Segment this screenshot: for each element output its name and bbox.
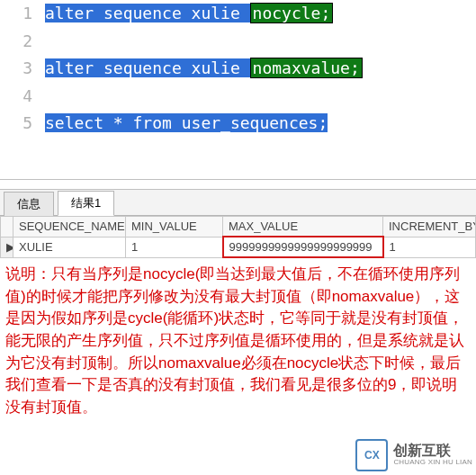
code-text: select * from user_sequences; <box>45 113 328 132</box>
col-sequence-name[interactable]: SEQUENCE_NAME <box>13 217 126 238</box>
result-grid[interactable]: SEQUENCE_NAME MIN_VALUE MAX_VALUE INCREM… <box>0 216 476 258</box>
line-number: 4 <box>0 83 41 111</box>
code-text <box>41 28 476 56</box>
code-line: 2 <box>0 28 476 56</box>
watermark-brand-en: CHUANG XIN HU LIAN <box>393 458 472 467</box>
code-text: alter sequence xulie <box>45 58 250 77</box>
watermark-logo-icon: CX <box>355 439 388 471</box>
code-text <box>41 83 476 111</box>
watermark-brand-cn: 创新互联 <box>393 444 472 458</box>
explanation-text: 说明：只有当序列是nocycle(即当达到最大值后，不在循环使用序列值)的时候才… <box>0 258 476 418</box>
code-line: 3 alter sequence xulie nomaxvalue; <box>0 55 476 83</box>
code-line: 1 alter sequence xulie nocycle; <box>0 0 476 28</box>
cell-min-value[interactable]: 1 <box>126 237 223 257</box>
watermark: CX 创新互联 CHUANG XIN HU LIAN <box>355 439 472 471</box>
code-line: 5 select * from user_sequences; <box>0 110 476 138</box>
tab-result1[interactable]: 结果1 <box>58 191 114 216</box>
col-increment-by[interactable]: INCREMENT_BY <box>383 217 476 238</box>
result-tabstrip: 信息 结果1 <box>0 189 476 216</box>
line-number: 3 <box>0 55 41 83</box>
cell-sequence-name[interactable]: XULIE <box>13 237 126 257</box>
col-max-value[interactable]: MAX_VALUE <box>223 217 383 238</box>
code-text: alter sequence xulie <box>45 4 250 22</box>
line-number: 5 <box>0 110 41 138</box>
row-marker-icon: ▶ <box>1 237 13 257</box>
col-min-value[interactable]: MIN_VALUE <box>126 217 223 238</box>
table-header-row: SEQUENCE_NAME MIN_VALUE MAX_VALUE INCREM… <box>1 217 476 238</box>
table-row[interactable]: ▶ XULIE 1 9999999999999999999999 1 <box>1 237 476 257</box>
cell-max-value[interactable]: 9999999999999999999999 <box>223 237 383 257</box>
line-number: 2 <box>0 28 41 56</box>
code-editor[interactable]: 1 alter sequence xulie nocycle; 2 3 alte… <box>0 0 476 180</box>
cell-increment-by[interactable]: 1 <box>383 237 476 257</box>
keyword-nomaxvalue: nomaxvalue; <box>250 58 363 78</box>
code-line: 4 <box>0 83 476 111</box>
row-marker-header <box>1 217 13 238</box>
line-number: 1 <box>0 0 41 28</box>
keyword-nocycle: nocycle; <box>250 3 334 23</box>
tab-info[interactable]: 信息 <box>4 192 54 216</box>
